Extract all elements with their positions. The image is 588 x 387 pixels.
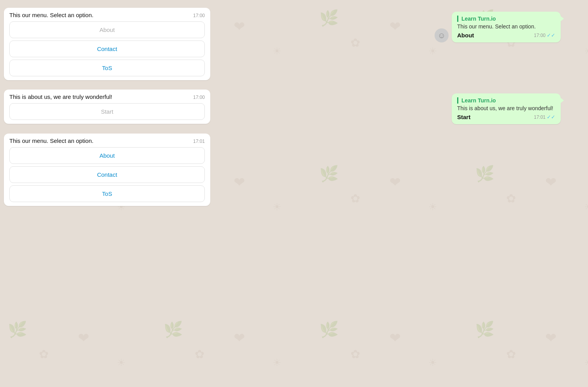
right-body-2: This is about us, we are truly wonderful…: [457, 105, 555, 111]
right-bubble-2: Learn Turn.io This is about us, we are t…: [452, 93, 561, 124]
btn-contact-2[interactable]: Contact: [9, 166, 205, 183]
right-bubble-1: Learn Turn.io This our menu. Select an o…: [452, 12, 561, 42]
checkmark-1: ✓✓: [547, 32, 555, 38]
right-body-1: This our menu. Select an option.: [457, 23, 555, 30]
btn-start-1[interactable]: Start: [9, 103, 205, 120]
right-sender-1: Learn Turn.io: [457, 16, 555, 22]
btn-about-2[interactable]: About: [9, 147, 205, 164]
left-msg-2-text: This is about us, we are truly wonderful…: [9, 93, 188, 100]
left-bubble-1: This our menu. Select an option. 17:00 A…: [4, 8, 210, 80]
left-msg-3-text: This our menu. Select an option.: [9, 137, 188, 144]
right-sender-2: Learn Turn.io: [457, 97, 555, 104]
btn-about-1[interactable]: About: [9, 21, 205, 38]
left-msg-3-time: 17:01: [193, 139, 205, 144]
chat-area: This our menu. Select an option. 17:00 A…: [0, 0, 588, 387]
left-msg-2-time: 17:00: [193, 95, 205, 100]
right-message-1-container: ☺ Learn Turn.io This our menu. Select an…: [435, 12, 584, 42]
avatar-1: ☺: [435, 28, 449, 42]
btn-tos-1[interactable]: ToS: [9, 60, 205, 76]
right-time-1: 17:00 ✓✓: [534, 32, 555, 38]
btn-tos-2[interactable]: ToS: [9, 185, 205, 202]
left-msg-1-text: This our menu. Select an option.: [9, 12, 188, 18]
left-msg-1-time: 17:00: [193, 13, 205, 18]
left-message-2: This is about us, we are truly wonderful…: [4, 90, 210, 124]
left-message-1: This our menu. Select an option. 17:00 A…: [4, 8, 210, 80]
checkmark-2: ✓✓: [547, 114, 555, 120]
right-selected-2: Start: [457, 114, 470, 120]
right-message-2-container: Learn Turn.io This is about us, we are t…: [452, 93, 584, 124]
left-bubble-3: This our menu. Select an option. 17:01 A…: [4, 134, 210, 206]
right-selected-1: About: [457, 32, 474, 39]
btn-contact-1[interactable]: Contact: [9, 40, 205, 57]
left-bubble-2: This is about us, we are truly wonderful…: [4, 90, 210, 124]
right-time-2: 17:01 ✓✓: [534, 114, 555, 120]
left-message-3: This our menu. Select an option. 17:01 A…: [4, 134, 210, 206]
